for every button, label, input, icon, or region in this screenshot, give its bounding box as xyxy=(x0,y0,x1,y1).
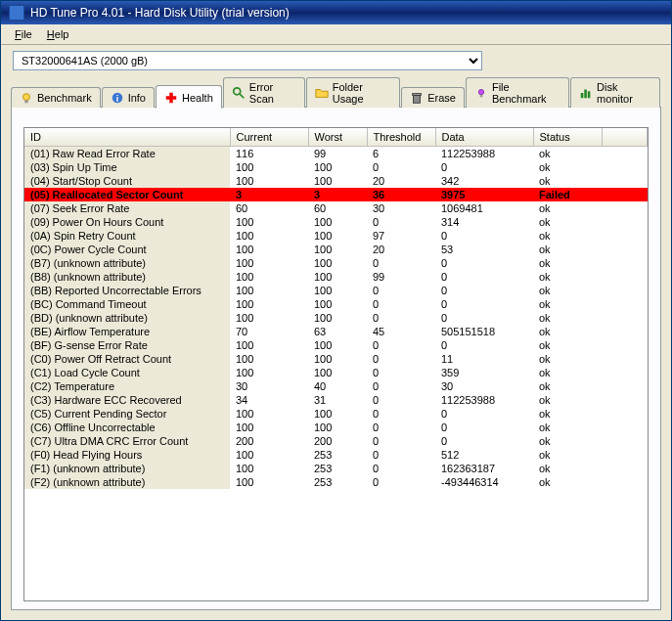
tab-error-scan[interactable]: Error Scan xyxy=(223,77,305,108)
table-row[interactable]: (03) Spin Up Time10010000ok xyxy=(24,160,648,174)
tab-erase[interactable]: Erase xyxy=(401,87,465,108)
smart-table-wrap[interactable]: ID Current Worst Threshold Data Status (… xyxy=(23,127,649,601)
tab-folder-usage[interactable]: Folder Usage xyxy=(306,77,400,108)
tab-benchmark[interactable]: Benchmark xyxy=(11,87,101,108)
table-row[interactable]: (C5) Current Pending Sector10010000ok xyxy=(24,407,648,421)
table-row[interactable]: (0A) Spin Retry Count100100970ok xyxy=(24,229,648,243)
table-row[interactable]: (04) Start/Stop Count10010020342ok xyxy=(24,174,648,188)
table-row[interactable]: (05) Reallocated Sector Count33363975Fai… xyxy=(24,188,648,201)
menu-file[interactable]: File xyxy=(9,26,38,42)
tab-info[interactable]: i Info xyxy=(102,87,155,108)
col-worst[interactable]: Worst xyxy=(308,128,367,147)
svg-rect-5 xyxy=(166,96,177,100)
table-row[interactable]: (0C) Power Cycle Count1001002053ok xyxy=(24,243,648,256)
trash-icon xyxy=(410,91,424,105)
table-row[interactable]: (BB) Reported Uncorrectable Errors100100… xyxy=(24,284,648,297)
table-row[interactable]: (BE) Airflow Temperature706345505151518o… xyxy=(24,325,648,338)
menu-help[interactable]: Help xyxy=(41,26,75,42)
table-row[interactable]: (C7) Ultra DMA CRC Error Count20020000ok xyxy=(24,434,648,448)
menubar: File Help xyxy=(1,24,671,45)
col-filler xyxy=(602,128,648,147)
svg-point-6 xyxy=(234,88,241,95)
table-row[interactable]: (BC) Command Timeout10010000ok xyxy=(24,297,648,311)
chart-bars-icon xyxy=(579,86,593,100)
table-row[interactable]: (B8) (unknown attribute)100100990ok xyxy=(24,270,648,284)
table-row[interactable]: (BF) G-sense Error Rate10010000ok xyxy=(24,338,648,352)
device-bar: ST32000641AS (2000 gB) xyxy=(1,45,671,76)
table-row[interactable]: (07) Seek Error Rate6060301069481ok xyxy=(24,201,648,215)
svg-rect-14 xyxy=(588,91,591,98)
col-threshold[interactable]: Threshold xyxy=(367,128,435,147)
tabstrip: Benchmark i Info Health Error Scan Folde… xyxy=(1,77,671,108)
col-current[interactable]: Current xyxy=(230,128,308,147)
device-select[interactable]: ST32000641AS (2000 gB) xyxy=(13,51,482,70)
svg-rect-11 xyxy=(480,95,483,98)
table-row[interactable]: (C0) Power Off Retract Count100100011ok xyxy=(24,352,648,366)
tab-health[interactable]: Health xyxy=(156,85,222,109)
table-row[interactable]: (F0) Head Flying Hours1002530512ok xyxy=(24,448,648,462)
table-row[interactable]: (C3) Hardware ECC Recovered3431011225398… xyxy=(24,393,648,407)
table-row[interactable]: (C6) Offline Uncorrectable10010000ok xyxy=(24,421,648,434)
table-row[interactable]: (F1) (unknown attribute)1002530162363187… xyxy=(24,462,648,475)
table-row[interactable]: (09) Power On Hours Count1001000314ok xyxy=(24,215,648,229)
svg-rect-8 xyxy=(414,95,421,103)
magnifier-icon xyxy=(232,86,246,100)
table-row[interactable]: (F2) (unknown attribute)1002530-49344631… xyxy=(24,475,648,489)
health-panel: ID Current Worst Threshold Data Status (… xyxy=(11,107,661,610)
svg-rect-9 xyxy=(413,94,422,96)
svg-rect-1 xyxy=(24,101,28,104)
folder-icon xyxy=(315,86,329,100)
svg-line-7 xyxy=(240,94,244,98)
health-cross-icon xyxy=(164,91,178,105)
tab-disk-monitor[interactable]: Disk monitor xyxy=(570,77,660,108)
table-row[interactable]: (C1) Load Cycle Count1001000359ok xyxy=(24,366,648,379)
lightbulb-icon xyxy=(20,91,33,105)
tab-file-benchmark[interactable]: File Benchmark xyxy=(466,77,569,108)
table-row[interactable]: (BD) (unknown attribute)10010000ok xyxy=(24,311,648,325)
svg-rect-12 xyxy=(581,93,584,98)
window-title: HD Tune Pro 4.01 - Hard Disk Utility (tr… xyxy=(30,6,290,20)
table-row[interactable]: (C2) Temperature3040030ok xyxy=(24,379,648,393)
col-id[interactable]: ID xyxy=(24,128,230,147)
col-data[interactable]: Data xyxy=(435,128,533,147)
svg-point-10 xyxy=(478,90,483,95)
app-icon xyxy=(9,5,24,21)
table-row[interactable]: (B7) (unknown attribute)10010000ok xyxy=(24,256,648,270)
table-row[interactable]: (01) Raw Read Error Rate116996112253988o… xyxy=(24,147,648,161)
titlebar[interactable]: HD Tune Pro 4.01 - Hard Disk Utility (tr… xyxy=(1,1,671,24)
lightbulb-small-icon xyxy=(474,86,488,100)
svg-rect-13 xyxy=(584,90,587,99)
table-header-row: ID Current Worst Threshold Data Status xyxy=(24,128,648,147)
col-status[interactable]: Status xyxy=(533,128,602,147)
info-icon: i xyxy=(111,91,124,105)
app-window: HD Tune Pro 4.01 - Hard Disk Utility (tr… xyxy=(0,0,672,621)
smart-table: ID Current Worst Threshold Data Status (… xyxy=(24,128,648,489)
svg-point-0 xyxy=(23,94,30,101)
svg-text:i: i xyxy=(115,94,117,104)
